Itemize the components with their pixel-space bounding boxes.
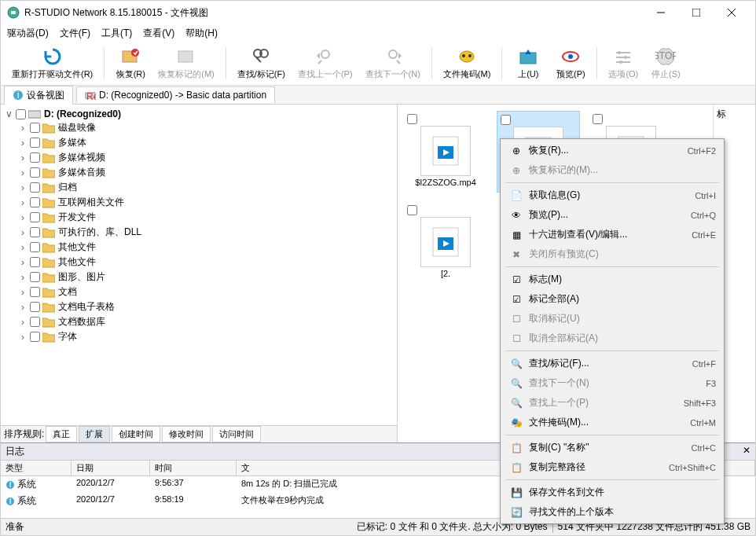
tree-item[interactable]: ›图形、图片 xyxy=(18,270,394,285)
tree-checkbox[interactable] xyxy=(30,302,40,312)
ctx-preview[interactable]: 👁预览(P)...Ctrl+Q xyxy=(502,205,722,225)
tree-item[interactable]: ›文档数据库 xyxy=(18,314,394,329)
col-date[interactable]: 日期 xyxy=(72,461,150,475)
tree-checkbox[interactable] xyxy=(30,212,40,222)
tree-checkbox[interactable] xyxy=(30,332,40,342)
tree-item[interactable]: ›归档 xyxy=(18,180,394,195)
menu-help[interactable]: 帮助(H) xyxy=(185,27,218,40)
tree-checkbox[interactable] xyxy=(30,272,40,282)
tree-item[interactable]: ›开发文件 xyxy=(18,210,394,225)
ctx-find-next[interactable]: 🔍查找下一个(N)F3 xyxy=(502,373,722,393)
expander-icon[interactable]: › xyxy=(18,212,28,223)
menu-file[interactable]: 文件(F) xyxy=(60,27,90,40)
ctx-recover[interactable]: ⊕恢复(R)...Ctrl+F2 xyxy=(502,141,722,160)
log-close-button[interactable]: ✕ xyxy=(743,445,750,458)
tree-item[interactable]: ›多媒体视频 xyxy=(18,150,394,165)
tree-item[interactable]: ›多媒体音频 xyxy=(18,165,394,180)
ctx-find-prev[interactable]: 🔍查找上一个(P)Shift+F3 xyxy=(502,393,722,413)
expander-icon[interactable]: › xyxy=(18,302,28,313)
up-button[interactable]: 上(U) xyxy=(508,45,548,82)
minimize-button[interactable] xyxy=(643,1,678,24)
expander-icon[interactable]: › xyxy=(18,138,28,149)
maximize-button[interactable] xyxy=(678,1,714,24)
file-mask-button[interactable]: 文件掩码(M) xyxy=(439,45,496,82)
sort-real[interactable]: 真正 xyxy=(46,426,77,442)
tree-item[interactable]: ›互联网相关文件 xyxy=(18,195,394,210)
ctx-unmark-all[interactable]: ☐取消全部标记(A) xyxy=(502,329,722,348)
tree-item[interactable]: ›文档电子表格 xyxy=(18,299,394,314)
close-button[interactable] xyxy=(714,1,749,24)
expander-icon[interactable]: › xyxy=(18,272,28,283)
expander-icon[interactable]: › xyxy=(18,287,28,298)
file-item[interactable]: $I2ZSZOG.mp4 xyxy=(404,111,487,193)
tree-item[interactable]: ›文档 xyxy=(18,285,394,299)
sort-ext[interactable]: 扩展 xyxy=(79,426,110,442)
tree-checkbox[interactable] xyxy=(30,317,40,327)
tree-checkbox[interactable] xyxy=(30,257,40,267)
file-checkbox[interactable] xyxy=(593,114,603,124)
ctx-recover-marked[interactable]: ⊕恢复标记的(M)... xyxy=(502,160,722,180)
sort-ctime[interactable]: 创建时间 xyxy=(112,426,160,442)
preview-button[interactable]: 预览(P) xyxy=(551,45,590,82)
expander-icon[interactable]: ∨ xyxy=(4,108,13,119)
find-next-button[interactable]: 查找下一个(N) xyxy=(361,45,425,82)
expander-icon[interactable]: › xyxy=(18,317,28,328)
ctx-copy-name[interactable]: 📋复制(C) "名称"Ctrl+C xyxy=(502,438,722,457)
tree-checkbox[interactable] xyxy=(30,167,40,178)
ctx-hex[interactable]: ▦十六进制查看(V)/编辑...Ctrl+E xyxy=(502,225,722,244)
expander-icon[interactable]: › xyxy=(18,152,28,163)
expander-icon[interactable]: › xyxy=(18,182,28,193)
expander-icon[interactable]: › xyxy=(18,257,28,268)
tree-root[interactable]: ∨ D: (Recognized0) xyxy=(4,108,394,120)
ctx-mark-all[interactable]: ☑标记全部(A) xyxy=(502,289,722,309)
recover-button[interactable]: 恢复(R) xyxy=(111,45,150,82)
ctx-close-previews[interactable]: ✖关闭所有预览(C) xyxy=(502,244,722,264)
ctx-save-names[interactable]: 💾保存文件名到文件 xyxy=(502,483,722,502)
stop-button[interactable]: STOP停止(S) xyxy=(646,45,685,82)
menu-view[interactable]: 查看(V) xyxy=(143,27,174,40)
tree-item[interactable]: ›其他文件 xyxy=(18,255,394,270)
menu-drive[interactable]: 驱动器(D) xyxy=(7,27,49,40)
tree-checkbox[interactable] xyxy=(30,227,40,237)
menu-tool[interactable]: 工具(T) xyxy=(101,27,132,40)
file-checkbox[interactable] xyxy=(407,114,417,124)
tree-item[interactable]: ›多媒体 xyxy=(18,135,394,150)
file-checkbox[interactable] xyxy=(501,115,511,125)
expander-icon[interactable]: › xyxy=(18,332,28,343)
ctx-get-info[interactable]: 📄获取信息(G)Ctrl+I xyxy=(502,185,722,205)
sort-mtime[interactable]: 修改时间 xyxy=(162,426,211,442)
col-type[interactable]: 类型 xyxy=(1,461,72,475)
ctx-find-version[interactable]: 🔄寻找文件的上个版本 xyxy=(502,502,722,522)
ctx-file-mask[interactable]: 🎭文件掩码(M)...Ctrl+M xyxy=(502,413,722,432)
expander-icon[interactable]: › xyxy=(18,242,28,253)
ctx-copy-path[interactable]: 📋复制完整路径Ctrl+Shift+C xyxy=(502,457,722,477)
tree-checkbox[interactable] xyxy=(30,242,40,252)
col-time[interactable]: 时间 xyxy=(150,461,237,475)
tree-item[interactable]: ›磁盘映像 xyxy=(18,120,394,135)
ctx-unmark[interactable]: ☐取消标记(U) xyxy=(502,309,722,329)
tree-checkbox[interactable] xyxy=(30,197,40,207)
tab-device-view[interactable]: i 设备视图 xyxy=(4,86,73,105)
ctx-find[interactable]: 🔍查找/标记(F)...Ctrl+F xyxy=(502,354,722,373)
tree-item[interactable]: ›字体 xyxy=(18,329,394,344)
folder-tree[interactable]: ∨ D: (Recognized0) ›磁盘映像›多媒体›多媒体视频›多媒体音频… xyxy=(1,105,397,425)
recover-marked-button[interactable]: 恢复标记的(M) xyxy=(153,45,219,82)
expander-icon[interactable]: › xyxy=(18,197,28,208)
options-button[interactable]: 选项(O) xyxy=(604,45,643,82)
sort-atime[interactable]: 访问时间 xyxy=(212,426,261,442)
tree-checkbox[interactable] xyxy=(16,109,26,119)
tree-item[interactable]: ›可执行的、库、DLL xyxy=(18,225,394,240)
expander-icon[interactable]: › xyxy=(18,227,28,238)
find-prev-button[interactable]: 查找上一个(P) xyxy=(293,45,358,82)
tab-path[interactable]: Rec D: (Recognized0) -> Basic data parti… xyxy=(76,86,275,103)
tree-item[interactable]: ›其他文件 xyxy=(18,240,394,255)
tree-checkbox[interactable] xyxy=(30,152,40,163)
tree-checkbox[interactable] xyxy=(30,138,40,148)
tree-checkbox[interactable] xyxy=(30,182,40,193)
tree-checkbox[interactable] xyxy=(30,123,40,133)
reopen-drive-button[interactable]: 重新打开驱动文件(R) xyxy=(7,45,97,82)
expander-icon[interactable]: › xyxy=(18,123,28,134)
find-mark-button[interactable]: 查找/标记(F) xyxy=(233,45,290,82)
ctx-mark[interactable]: ☑标志(M) xyxy=(502,270,722,289)
tree-checkbox[interactable] xyxy=(30,287,40,297)
